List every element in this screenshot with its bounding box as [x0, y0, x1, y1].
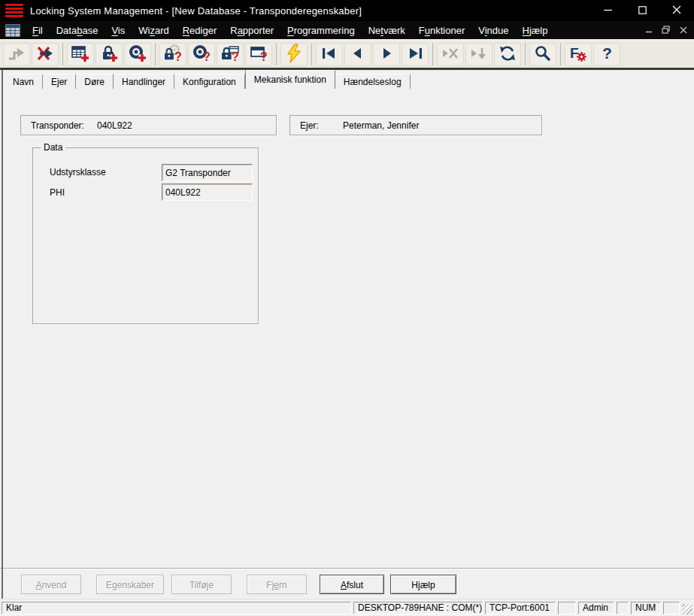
anvend-button[interactable]: Anvend: [21, 575, 81, 594]
mdi-restore-button[interactable]: [659, 25, 672, 36]
mdi-frame-border: [2, 70, 3, 599]
menu-item-rediger[interactable]: Rediger: [176, 23, 224, 38]
next-record-icon: [377, 44, 396, 65]
application-window: Locking System Management - [New Databas…: [0, 0, 694, 616]
minimize-button[interactable]: [590, 0, 625, 21]
svg-text:?: ?: [232, 50, 239, 63]
tab-strip: NavnEjerDøreHandlingerKonfigurationMekan…: [0, 70, 694, 89]
search-icon: [533, 44, 553, 65]
program-button[interactable]: [280, 43, 308, 66]
minimize-icon: [604, 4, 612, 17]
menu-item-fil[interactable]: Fil: [26, 23, 50, 38]
connect-button[interactable]: [3, 43, 30, 66]
discard-record-icon: [441, 44, 460, 65]
read-lock-button[interactable]: ?: [159, 43, 186, 66]
toolbar-separator: [155, 43, 156, 65]
transponder-value: 040L922: [97, 120, 132, 131]
last-record-button[interactable]: [402, 43, 429, 66]
menu-item-programmering[interactable]: Programmering: [280, 23, 362, 38]
fjern-button[interactable]: Fjern: [247, 575, 307, 594]
mdi-minimize-icon: [645, 25, 653, 36]
tab-konfiguration[interactable]: Konfiguration: [174, 74, 245, 89]
svg-text:F: F: [570, 45, 579, 61]
svg-text:?: ?: [260, 50, 268, 63]
discard-record-button[interactable]: [437, 43, 464, 66]
tab-haendelseslog[interactable]: Hændelseslog: [335, 74, 411, 89]
new-locking-plan-button[interactable]: [67, 43, 94, 66]
filter-settings-icon: F: [568, 44, 588, 65]
status-segment-spacer-1: [558, 602, 576, 614]
toolbar-separator: [276, 43, 277, 65]
search-button[interactable]: [529, 43, 556, 66]
menu-item-hjaelp[interactable]: Hjælp: [515, 23, 554, 38]
resize-grip[interactable]: [682, 604, 692, 614]
close-button[interactable]: [659, 0, 694, 21]
udstyrsklasse-field[interactable]: G2 Transponder: [162, 164, 253, 181]
svg-text:?: ?: [602, 44, 612, 62]
tab-navn[interactable]: Navn: [5, 74, 43, 89]
read-display-icon: ?: [249, 44, 268, 65]
app-logo-icon: [5, 4, 23, 17]
read-lock-alt-button[interactable]: ?: [217, 43, 244, 66]
tab-ejer[interactable]: Ejer: [43, 74, 76, 89]
menu-item-wizard[interactable]: Wizard: [132, 23, 175, 38]
mdi-document-icon: [5, 24, 20, 37]
previous-record-button[interactable]: [344, 43, 371, 66]
maximize-button[interactable]: [625, 0, 659, 21]
new-transponder-button[interactable]: [124, 43, 151, 66]
menu-item-database[interactable]: Database: [50, 23, 105, 38]
toolbar: ????F?: [0, 41, 694, 70]
mdi-close-button[interactable]: [677, 25, 689, 36]
help-button[interactable]: ?: [593, 43, 620, 66]
menu-item-funktioner[interactable]: Funktioner: [412, 23, 471, 38]
read-transponder-button[interactable]: ?: [188, 43, 215, 66]
svg-text:?: ?: [203, 50, 211, 63]
help-icon: ?: [597, 44, 617, 65]
owner-value: Peterman, Jennifer: [343, 120, 419, 131]
mdi-restore-icon: [662, 25, 670, 36]
menu-item-vis[interactable]: Vis: [105, 23, 132, 38]
tab-handlinger[interactable]: Handlinger: [114, 74, 174, 89]
window-title: Locking System Management - [New Databas…: [30, 5, 362, 17]
menu-item-rapporter[interactable]: Rapporter: [223, 23, 280, 38]
afslut-button[interactable]: Afslut: [320, 575, 384, 594]
toolbar-group-5: [436, 43, 522, 66]
mdi-minimize-button[interactable]: [642, 25, 655, 36]
connect-icon: [7, 44, 26, 65]
new-lock-button[interactable]: [95, 43, 123, 66]
phi-field[interactable]: 040L922: [162, 184, 253, 201]
phi-label: PHI: [50, 187, 65, 198]
dialog-button-bar: AnvendEgenskaberTilføjeFjernAfslutHjælp: [0, 569, 694, 599]
hjaelp-button[interactable]: Hjælp: [390, 575, 456, 594]
commit-record-button[interactable]: [465, 43, 492, 66]
transponder-info-box: Transponder: 040L922: [20, 115, 277, 135]
tab-doere[interactable]: Døre: [76, 74, 114, 89]
menu-item-vindue[interactable]: Vindue: [471, 23, 515, 38]
menu-items: FilDatabaseVisWizardRedigerRapporterProg…: [26, 23, 554, 38]
mdi-close-icon: [680, 25, 687, 36]
status-segment-spacer-3: [663, 602, 680, 614]
tab-mekanisk-funktion[interactable]: Mekanisk funktion: [245, 70, 335, 89]
status-segment-status-message: Klar: [2, 602, 351, 614]
data-group-box: Data Udstyrsklasse G2 Transponder PHI 04…: [32, 147, 259, 324]
tilfoeje-button[interactable]: Tilføje: [171, 575, 232, 594]
egenskaber-button[interactable]: Egenskaber: [96, 575, 164, 594]
disconnect-button[interactable]: [32, 43, 59, 66]
first-record-button[interactable]: [316, 43, 343, 66]
read-display-button[interactable]: ?: [245, 43, 272, 66]
menu-item-netvaerk[interactable]: Netværk: [362, 23, 412, 38]
next-record-button[interactable]: [373, 43, 400, 66]
transponder-label: Transponder:: [21, 120, 97, 131]
refresh-button[interactable]: [494, 43, 521, 66]
owner-label: Ejer:: [290, 120, 343, 131]
filter-settings-button[interactable]: F: [565, 43, 592, 66]
status-segment-user-role: Admin: [578, 602, 614, 614]
refresh-icon: [498, 44, 517, 65]
toolbar-separator: [62, 43, 63, 65]
new-locking-plan-icon: [71, 44, 90, 65]
status-segment-connection: DESKTOP-789HANE : COM(*): [353, 602, 483, 614]
mdi-window-controls: [642, 25, 694, 36]
toolbar-group-3: [280, 43, 308, 66]
svg-text:?: ?: [174, 50, 182, 63]
previous-record-icon: [348, 44, 368, 65]
